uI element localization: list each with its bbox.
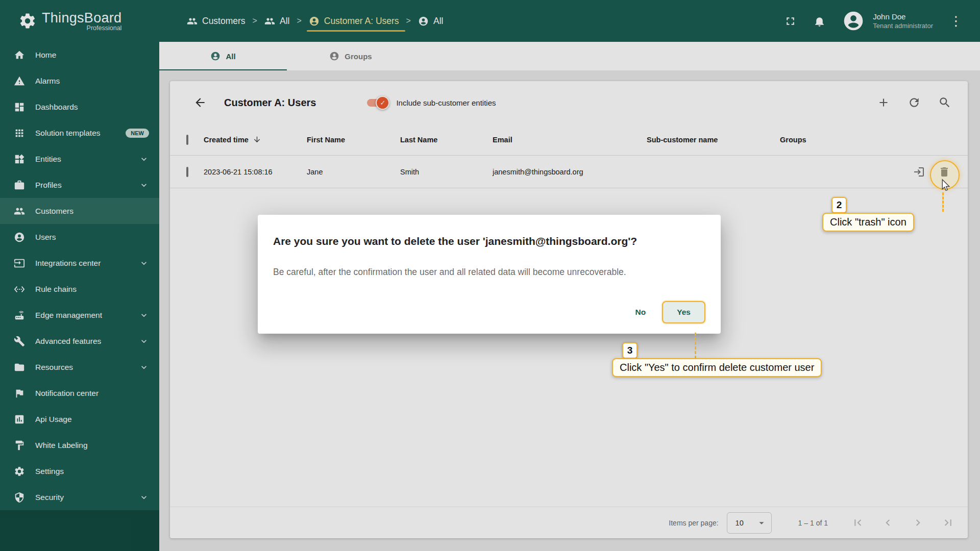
annotation-label-2: Click "trash" icon [822, 213, 914, 232]
delete-confirm-dialog: Are you sure you want to delete the user… [258, 215, 721, 334]
no-button[interactable]: No [626, 302, 655, 323]
cursor-icon [939, 178, 952, 194]
annotation-connector-3 [695, 333, 696, 359]
annotation-connector-2 [942, 192, 944, 212]
dialog-title: Are you sure you want to delete the user… [273, 235, 705, 247]
annotation-label-3: Click "Yes" to confirm delete customer u… [612, 358, 822, 377]
yes-button[interactable]: Yes [662, 301, 705, 323]
dialog-message: Be careful, after the confirmation the u… [273, 267, 705, 278]
dialog-actions: No Yes [273, 301, 705, 323]
annotation-step-2: 2 [831, 197, 847, 213]
annotation-step-3: 3 [622, 342, 638, 359]
